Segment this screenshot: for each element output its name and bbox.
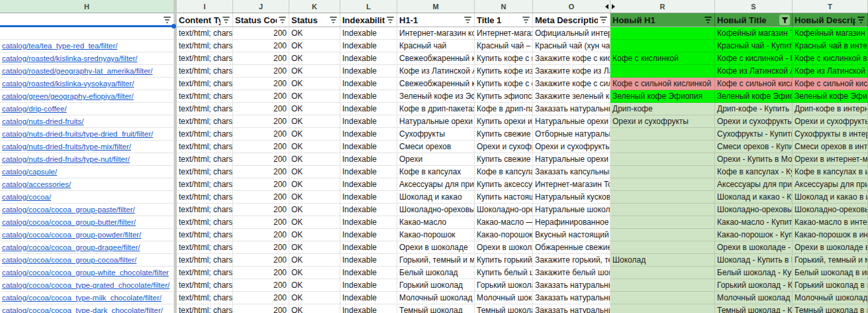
cell-new-h1[interactable]: Зеленый кофе Эфиопия bbox=[610, 90, 715, 103]
cell-title-1[interactable]: Купить настоящи bbox=[475, 191, 533, 204]
url-link[interactable]: catalog/roasted/kislinka-srednyaya/filte… bbox=[2, 54, 138, 62]
cell-url[interactable]: catalog/cocoa/cocoa_group-powder/filter/ bbox=[0, 229, 174, 241]
column-letter-K[interactable]: K bbox=[289, 0, 340, 13]
cell-meta-description-1[interactable]: Заказать натуральный bbox=[533, 292, 610, 304]
cell-new-h1[interactable] bbox=[610, 166, 715, 178]
cell-new-title[interactable]: Красный чай - Купить bbox=[715, 40, 793, 52]
filter-icon[interactable] bbox=[522, 17, 530, 24]
cell-url[interactable] bbox=[0, 27, 174, 40]
cell-content-type[interactable]: text/html; chars bbox=[177, 90, 233, 103]
cell-status[interactable]: OK bbox=[289, 103, 340, 115]
cell-status-code[interactable]: 200 bbox=[233, 141, 289, 153]
cell-title-1[interactable]: Купить кофе с си bbox=[475, 78, 533, 90]
url-link[interactable]: catalog/cocoa/cocoa_group-white_chocolat… bbox=[2, 269, 169, 277]
cell-url[interactable]: catalog/cocoa/cocoa_type-milk_chocolate/… bbox=[0, 292, 174, 304]
cell-h1-1[interactable]: Кофе в дрип-пакетах bbox=[397, 103, 475, 115]
cell-status[interactable]: OK bbox=[289, 27, 340, 40]
cell-url[interactable]: catalog/roasted/geography-lat_amerika/fi… bbox=[0, 65, 174, 78]
header-cell-title-1[interactable]: Title 1 bbox=[475, 13, 533, 27]
cell-title-1[interactable]: Орехи в шоколад bbox=[475, 241, 533, 254]
url-link[interactable]: catalog/roasted/geography-lat_amerika/fi… bbox=[2, 67, 153, 75]
cell-title-1[interactable]: Купить горький, т bbox=[475, 254, 533, 267]
cell-url[interactable]: catalog/capsule/ bbox=[0, 166, 174, 178]
cell-url[interactable]: catalog/cocoa/ bbox=[0, 191, 174, 204]
cell-content-type[interactable]: text/html; chars bbox=[177, 78, 233, 90]
cell-status[interactable]: OK bbox=[289, 241, 340, 254]
cell-title-1[interactable]: Кофе в дрип-пак bbox=[475, 103, 533, 115]
cell-new-h1[interactable] bbox=[610, 241, 715, 254]
cell-status[interactable]: OK bbox=[289, 115, 340, 128]
column-letter-L[interactable]: L bbox=[340, 0, 397, 13]
cell-title-1[interactable]: Купить свежие ор bbox=[475, 153, 533, 166]
cell-content-type[interactable]: text/html; chars bbox=[177, 40, 233, 52]
cell-new-description[interactable]: Дрип-кофе в интерн bbox=[793, 103, 868, 115]
column-letter-M[interactable]: M bbox=[397, 0, 475, 13]
url-link[interactable]: catalog/nuts-dried-fruits/type-mix/filte… bbox=[2, 143, 131, 151]
cell-title-1[interactable]: Молочный шоко. bbox=[475, 292, 533, 304]
cell-new-title[interactable]: Орехи в шоколаде - К bbox=[715, 241, 793, 254]
url-link[interactable]: catalog/green/geography-efiopiya/filter/ bbox=[2, 92, 134, 100]
cell-new-description[interactable]: Орехи и сухофрукты bbox=[793, 115, 868, 128]
cell-meta-description-1[interactable]: Закажите кофе из Лат bbox=[533, 65, 610, 78]
url-link[interactable]: catalog/tea/tea_type-red_tea/filter/ bbox=[2, 42, 118, 50]
url-link[interactable]: catalog/capsule/ bbox=[2, 168, 57, 176]
cell-indexability[interactable]: Indexable bbox=[340, 115, 397, 128]
column-letter-S[interactable]: S bbox=[715, 0, 793, 13]
cell-meta-description-1[interactable]: Закажите кофе с кисли bbox=[533, 52, 610, 65]
cell-new-description[interactable]: Темный шоколад в и bbox=[793, 304, 868, 313]
column-letter-J[interactable]: J bbox=[233, 0, 289, 13]
cell-title-1[interactable]: Кофе в капсулах - bbox=[475, 166, 533, 178]
cell-status-code[interactable]: 200 bbox=[233, 103, 289, 115]
cell-new-title[interactable]: Шоколадно-ореховые bbox=[715, 204, 793, 216]
cell-status[interactable]: OK bbox=[289, 65, 340, 78]
cell-h1-1[interactable]: Горький, темный и м bbox=[397, 254, 475, 267]
cell-new-h1[interactable]: Орехи и сухофрукты bbox=[610, 115, 715, 128]
cell-content-type[interactable]: text/html; chars bbox=[177, 153, 233, 166]
header-cell-status-code[interactable]: Status Code bbox=[233, 13, 289, 27]
cell-new-h1[interactable] bbox=[610, 216, 715, 229]
cell-content-type[interactable]: text/html; chars bbox=[177, 279, 233, 292]
cell-title-1[interactable]: Шоколадно-орех bbox=[475, 204, 533, 216]
cell-h1-1[interactable]: Красный чай bbox=[397, 40, 475, 52]
cell-indexability[interactable]: Indexable bbox=[340, 27, 397, 40]
cell-url[interactable]: catalog/cocoa/cocoa_type-grated_chocolat… bbox=[0, 279, 174, 292]
cell-h1-1[interactable]: Белый шоколад bbox=[397, 267, 475, 279]
cell-title-1[interactable]: Купить белый шо bbox=[475, 267, 533, 279]
cell-indexability[interactable]: Indexable bbox=[340, 166, 397, 178]
cell-new-description[interactable]: Кофейный магазин Т bbox=[793, 27, 868, 40]
cell-new-title[interactable]: Аксессуары для приго bbox=[715, 178, 793, 191]
cell-new-title[interactable]: Дрип-кофе - Купить в bbox=[715, 103, 793, 115]
cell-indexability[interactable]: Indexable bbox=[340, 229, 397, 241]
cell-status-code[interactable]: 200 bbox=[233, 27, 289, 40]
cell-new-description[interactable]: Горький шоколад в и bbox=[793, 279, 868, 292]
cell-title-1[interactable]: Горький шоколад bbox=[475, 279, 533, 292]
cell-meta-description-1[interactable]: Официальный интерн bbox=[533, 27, 610, 40]
cell-url[interactable]: catalog/green/geography-efiopiya/filter/ bbox=[0, 90, 174, 103]
header-cell-new-title[interactable]: Новый Title bbox=[715, 13, 793, 27]
cell-status[interactable]: OK bbox=[289, 153, 340, 166]
cell-h1-1[interactable]: Свежеобжаренный к bbox=[397, 52, 475, 65]
cell-h1-1[interactable]: Интернет-магазин ко bbox=[397, 27, 475, 40]
cell-new-h1[interactable] bbox=[610, 178, 715, 191]
cell-url[interactable]: catalog/cocoa/cocoa_group-cocoa/filter/ bbox=[0, 254, 174, 267]
cell-meta-description-1[interactable]: Нерафинированное ку bbox=[533, 216, 610, 229]
cell-content-type[interactable]: text/html; chars bbox=[177, 128, 233, 141]
header-cell-h1-1[interactable]: H1-1 bbox=[397, 13, 475, 27]
cell-new-title[interactable]: Шоколад - Купить в М bbox=[715, 254, 793, 267]
fill-handle[interactable] bbox=[171, 24, 176, 29]
cell-status-code[interactable]: 200 bbox=[233, 241, 289, 254]
cell-url[interactable]: catalog/cocoa/cocoa_group-dragee/filter/ bbox=[0, 241, 174, 254]
cell-title-1[interactable]: Темный шоколад bbox=[475, 304, 533, 313]
cell-new-title[interactable]: Кофе в капсулах - Куп bbox=[715, 166, 793, 178]
cell-url[interactable]: catalog/drip-coffee/ bbox=[0, 103, 174, 115]
cell-h1-1[interactable]: Шоколад и какао bbox=[397, 191, 475, 204]
cell-new-description[interactable]: Красный чай в интер bbox=[793, 40, 868, 52]
cell-status[interactable]: OK bbox=[289, 204, 340, 216]
cell-status[interactable]: OK bbox=[289, 78, 340, 90]
cell-status[interactable]: OK bbox=[289, 52, 340, 65]
cell-new-description[interactable]: Какао-порошок в ин bbox=[793, 229, 868, 241]
cell-status-code[interactable]: 200 bbox=[233, 52, 289, 65]
cell-status[interactable]: OK bbox=[289, 279, 340, 292]
cell-h1-1[interactable]: Сухофрукты bbox=[397, 128, 475, 141]
cell-new-h1[interactable] bbox=[610, 191, 715, 204]
